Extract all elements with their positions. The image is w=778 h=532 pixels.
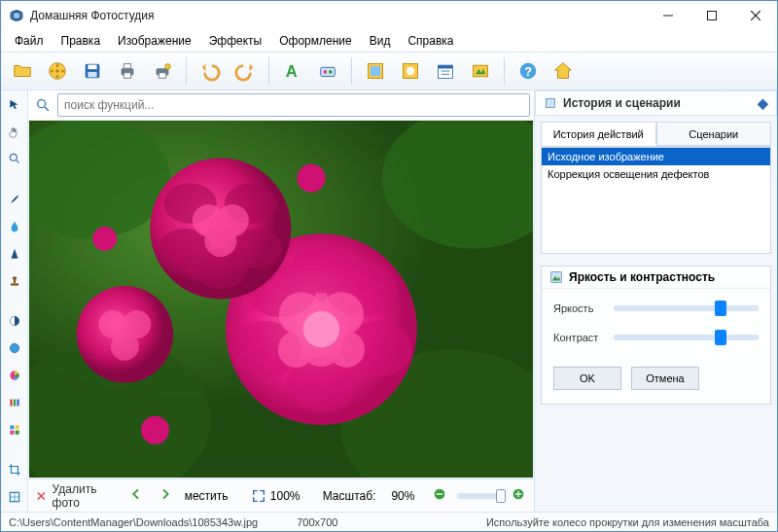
contrast-slider[interactable] (614, 335, 759, 340)
svg-rect-95 (437, 493, 443, 494)
printer-settings-button[interactable] (147, 55, 178, 87)
redo-button[interactable] (230, 55, 261, 87)
brightness-slider[interactable] (614, 305, 759, 311)
stamp-tool[interactable] (4, 270, 25, 292)
svg-point-9 (56, 64, 59, 67)
svg-point-89 (298, 164, 326, 193)
svg-rect-42 (10, 283, 18, 285)
history-tabs: История действий Сценарии (541, 122, 771, 147)
toolbar-separator (268, 57, 269, 85)
print-button[interactable] (112, 55, 143, 87)
menu-edit[interactable]: Правка (53, 32, 109, 50)
svg-line-57 (45, 107, 49, 111)
svg-rect-51 (10, 425, 14, 429)
pin-icon[interactable]: ◆ (758, 95, 768, 111)
mask-button[interactable] (395, 55, 426, 87)
close-button[interactable] (733, 1, 777, 30)
menu-help[interactable]: Справка (400, 32, 461, 50)
svg-point-25 (329, 70, 333, 74)
delete-photo-label: Удалить фото (53, 482, 102, 510)
svg-point-12 (61, 70, 64, 73)
prev-arrow-button[interactable] (126, 486, 146, 505)
zoom-out-button[interactable] (432, 486, 447, 505)
svg-marker-38 (555, 63, 572, 79)
film-reel-button[interactable] (42, 55, 73, 87)
svg-rect-48 (10, 399, 12, 406)
menu-file[interactable]: Файл (7, 32, 52, 50)
undo-button[interactable] (194, 55, 226, 87)
brightness-row: Яркость (553, 302, 759, 314)
help-button[interactable]: ? (513, 55, 544, 87)
delete-icon (36, 488, 47, 504)
history-item[interactable]: Исходное изображение (542, 148, 770, 165)
move-label: местить (185, 489, 229, 503)
svg-rect-53 (10, 430, 14, 434)
frame-button[interactable] (360, 55, 391, 87)
menu-decor[interactable]: Оформление (271, 32, 359, 50)
delete-photo-button[interactable]: Удалить фото (36, 482, 102, 510)
home-button[interactable] (548, 55, 579, 87)
text-button[interactable]: A (277, 55, 308, 87)
toolbar: A ? (1, 52, 777, 90)
tool-palette (1, 90, 28, 512)
tab-history[interactable]: История действий (541, 122, 656, 146)
calendar-button[interactable] (430, 55, 461, 87)
photo-content (29, 121, 533, 478)
svg-line-40 (16, 160, 18, 163)
brush-tool[interactable] (4, 189, 25, 210)
svg-point-11 (51, 70, 53, 73)
search-input[interactable] (57, 93, 530, 117)
tab-scenarios[interactable]: Сценарии (656, 122, 772, 146)
hand-tool[interactable] (4, 122, 25, 143)
next-arrow-button[interactable] (156, 486, 175, 505)
zoom-slider[interactable] (457, 493, 501, 499)
zoom-slider-thumb[interactable] (496, 489, 506, 503)
svg-rect-54 (15, 430, 18, 434)
history-list[interactable]: Исходное изображение Коррекция освещения… (541, 147, 771, 254)
postcard-button[interactable] (465, 55, 496, 87)
menu-image[interactable]: Изображение (110, 32, 199, 50)
crop-tool[interactable] (4, 459, 25, 480)
brightness-thumb[interactable] (715, 301, 726, 316)
pointer-tool[interactable] (4, 94, 25, 116)
zoom-label: Масштаб: (323, 489, 376, 503)
channels-tool[interactable] (4, 392, 25, 413)
svg-point-24 (323, 70, 327, 74)
menu-effects[interactable]: Эффекты (201, 32, 270, 50)
sharpen-tool[interactable] (4, 243, 25, 265)
svg-rect-27 (371, 66, 380, 76)
mosaic-tool[interactable] (4, 419, 25, 441)
svg-point-88 (111, 333, 139, 361)
saturation-tool[interactable] (4, 337, 25, 359)
open-folder-button[interactable] (7, 55, 38, 87)
fit-button[interactable]: 100% (251, 488, 301, 504)
svg-point-29 (407, 67, 414, 75)
effects-button[interactable] (312, 55, 343, 87)
maximize-button[interactable] (690, 1, 733, 30)
svg-text:?: ? (524, 64, 532, 79)
cancel-button[interactable]: Отмена (631, 367, 699, 390)
resize-tool[interactable] (4, 486, 25, 508)
status-path: C:\Users\ContentManager\Downloads\108534… (9, 516, 258, 528)
svg-point-1 (14, 13, 19, 18)
image-canvas[interactable] (28, 120, 534, 479)
history-item[interactable]: Коррекция освещения дефектов (542, 165, 770, 183)
svg-rect-50 (17, 399, 18, 406)
toolbar-separator (504, 57, 505, 85)
toolbar-separator (351, 57, 352, 85)
right-panel: История и сценарии ◆ История действий Сц… (534, 90, 777, 512)
menubar: Файл Правка Изображение Эффекты Оформлен… (1, 30, 777, 52)
contrast-tool[interactable] (4, 310, 25, 332)
contrast-thumb[interactable] (715, 330, 726, 345)
status-dimensions: 700x700 (297, 516, 337, 528)
svg-rect-4 (707, 12, 716, 20)
menu-view[interactable]: Вид (362, 32, 399, 50)
zoom-tool[interactable] (4, 149, 25, 170)
zoom-in-button[interactable] (511, 486, 526, 505)
save-button[interactable] (77, 55, 108, 87)
color-wheel-tool[interactable] (4, 365, 25, 386)
svg-point-69 (291, 245, 351, 294)
minimize-button[interactable] (646, 1, 690, 30)
ok-button[interactable]: OK (553, 367, 621, 390)
drop-tool[interactable] (4, 216, 25, 237)
